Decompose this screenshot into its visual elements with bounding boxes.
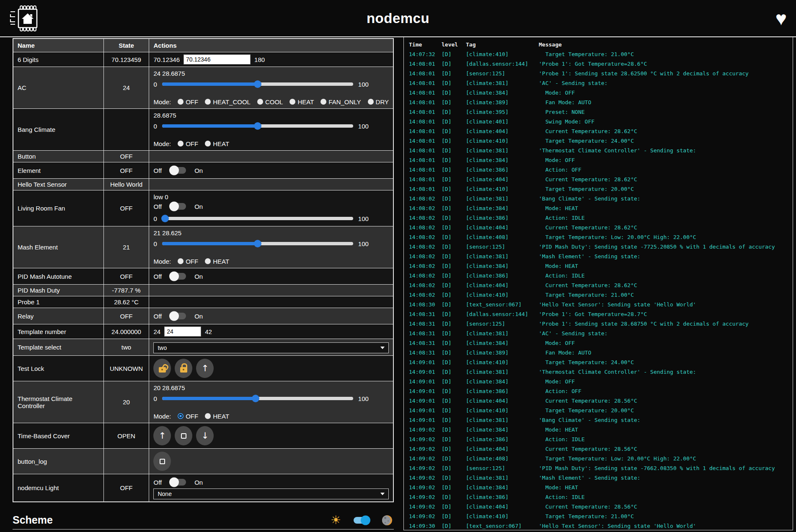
radio-icon[interactable] bbox=[205, 141, 211, 146]
slider-track[interactable] bbox=[162, 82, 353, 86]
log-level: [D] bbox=[442, 261, 466, 271]
log-column-level: level bbox=[442, 41, 466, 48]
radio-icon[interactable] bbox=[368, 99, 374, 105]
log-tag: [sensor:125] bbox=[466, 242, 539, 252]
number-input[interactable] bbox=[164, 326, 201, 337]
log-message: Target Temperature: 20.00°C bbox=[539, 406, 793, 415]
slider-control: 0100 bbox=[153, 214, 389, 223]
radio-icon[interactable] bbox=[257, 99, 263, 105]
slider-thumb[interactable] bbox=[254, 122, 261, 130]
log-row: 14:08:31[D][climate:381]'AC' - Sending s… bbox=[409, 329, 793, 338]
mode-option-cool[interactable]: COOL bbox=[257, 98, 283, 105]
radio-icon[interactable] bbox=[289, 99, 295, 105]
slider-control: 0100 bbox=[153, 239, 389, 248]
log-column-tag: Tag bbox=[466, 41, 539, 48]
toggle-switch[interactable] bbox=[170, 479, 186, 486]
slider-thumb[interactable] bbox=[254, 80, 261, 88]
min-label: 24 bbox=[153, 328, 160, 335]
stop-button[interactable] bbox=[153, 452, 171, 471]
entity-actions: two bbox=[149, 339, 393, 356]
radio-icon[interactable] bbox=[205, 99, 211, 105]
radio-icon[interactable] bbox=[178, 141, 183, 146]
mode-option-off[interactable]: OFF bbox=[178, 258, 198, 265]
toggle-switch[interactable] bbox=[170, 273, 186, 280]
log-body[interactable]: 14:07:32[D][climate:410] Target Temperat… bbox=[409, 49, 793, 530]
log-level: [D] bbox=[442, 300, 466, 309]
toggle-knob[interactable] bbox=[169, 166, 179, 175]
log-tag: [sensor:125] bbox=[466, 319, 539, 329]
radio-icon[interactable] bbox=[178, 258, 183, 264]
mode-option-label: DRY bbox=[376, 98, 389, 105]
select-control[interactable]: None bbox=[153, 488, 389, 499]
mode-option-off[interactable]: OFF bbox=[178, 98, 198, 105]
log-row: 14:08:01[D][climate:389] Fan Mode: AUTO bbox=[409, 98, 793, 107]
toggle-knob[interactable] bbox=[169, 272, 179, 281]
number-input[interactable] bbox=[183, 54, 251, 64]
select-control[interactable]: two bbox=[153, 342, 389, 353]
log-message: Swing Mode: OFF bbox=[539, 117, 793, 126]
log-level: [D] bbox=[442, 175, 466, 184]
radio-icon[interactable] bbox=[178, 99, 183, 105]
entity-actions: 2442 bbox=[149, 324, 393, 339]
log-message: Action: OFF bbox=[539, 386, 793, 396]
mode-option-heat[interactable]: HEAT bbox=[205, 258, 229, 265]
radio-icon[interactable] bbox=[320, 99, 326, 105]
log-tag: [text_sensor:067] bbox=[466, 521, 539, 530]
lock-open-button[interactable] bbox=[153, 359, 171, 378]
slider-track[interactable] bbox=[162, 217, 353, 220]
mode-option-heat[interactable]: HEAT bbox=[205, 140, 229, 147]
log-level: [D] bbox=[442, 483, 466, 492]
toggle-knob[interactable] bbox=[169, 202, 179, 211]
entity-state: OFF bbox=[103, 268, 149, 285]
mode-option-dry[interactable]: DRY bbox=[368, 98, 389, 105]
scheme-toggle[interactable] bbox=[354, 517, 370, 524]
lock-closed-button[interactable] bbox=[175, 359, 192, 378]
slider-track[interactable] bbox=[162, 397, 353, 400]
mode-radio-group: Mode:OFFHEAT bbox=[153, 411, 389, 421]
log-panel[interactable]: Time level Tag Message 14:07:32[D][clima… bbox=[403, 37, 793, 530]
toggle-knob[interactable] bbox=[169, 478, 179, 487]
scheme-title: Scheme bbox=[13, 514, 53, 526]
entity-state: OFF bbox=[103, 151, 149, 162]
entity-state: 24 bbox=[103, 67, 149, 109]
mode-option-heat[interactable]: HEAT bbox=[289, 98, 314, 105]
log-row: 14:08:02[D][climate:404] Current Tempera… bbox=[409, 280, 793, 290]
slider-max-label: 100 bbox=[358, 395, 369, 402]
entity-actions: 28.68750100Mode:OFFHEAT bbox=[149, 109, 393, 151]
log-level: [D] bbox=[442, 511, 466, 521]
toggle-switch[interactable] bbox=[170, 203, 186, 210]
mode-option-off[interactable]: OFF bbox=[178, 413, 198, 420]
log-tag: [climate:386] bbox=[466, 492, 539, 502]
mode-option-heat_cool[interactable]: HEAT_COOL bbox=[205, 98, 251, 105]
scheme-toggle-knob[interactable] bbox=[361, 515, 370, 525]
log-level: [D] bbox=[442, 280, 466, 290]
slider-thumb[interactable] bbox=[252, 395, 259, 402]
slider-thumb[interactable] bbox=[254, 240, 261, 247]
arrow-down-button[interactable]: ↓ bbox=[196, 426, 214, 445]
radio-icon[interactable] bbox=[205, 258, 211, 264]
log-message: Target Temperature: Low: 20.00°C High: 2… bbox=[539, 454, 793, 463]
select-value: two bbox=[158, 344, 167, 351]
log-message: Mode: HEAT bbox=[539, 425, 793, 434]
radio-icon[interactable] bbox=[178, 413, 183, 419]
mode-option-heat[interactable]: HEAT bbox=[205, 413, 229, 420]
slider-track[interactable] bbox=[162, 242, 353, 245]
toggle-switch[interactable] bbox=[170, 313, 186, 319]
stop-button[interactable] bbox=[175, 426, 192, 445]
mode-option-off[interactable]: OFF bbox=[178, 140, 198, 147]
slider-track[interactable] bbox=[162, 124, 353, 128]
mode-option-label: HEAT bbox=[213, 140, 229, 147]
arrow-up-button[interactable]: ↑ bbox=[153, 426, 171, 445]
log-message: 'Probe 1': Got Temperature=28.6°C bbox=[539, 59, 793, 69]
toggle-switch[interactable] bbox=[170, 167, 186, 174]
entity-state: 70.123459 bbox=[103, 52, 149, 67]
arrow-up-button[interactable]: ↑ bbox=[196, 359, 214, 378]
chevron-down-icon bbox=[380, 347, 385, 349]
slider-thumb[interactable] bbox=[161, 215, 169, 222]
radio-icon[interactable] bbox=[205, 413, 211, 419]
log-level: [D] bbox=[442, 444, 466, 454]
number-control: 70.12346180 bbox=[153, 54, 389, 64]
table-header-row: Name State Actions bbox=[13, 39, 393, 52]
mode-option-fan_only[interactable]: FAN_ONLY bbox=[320, 98, 361, 105]
toggle-knob[interactable] bbox=[169, 311, 179, 321]
